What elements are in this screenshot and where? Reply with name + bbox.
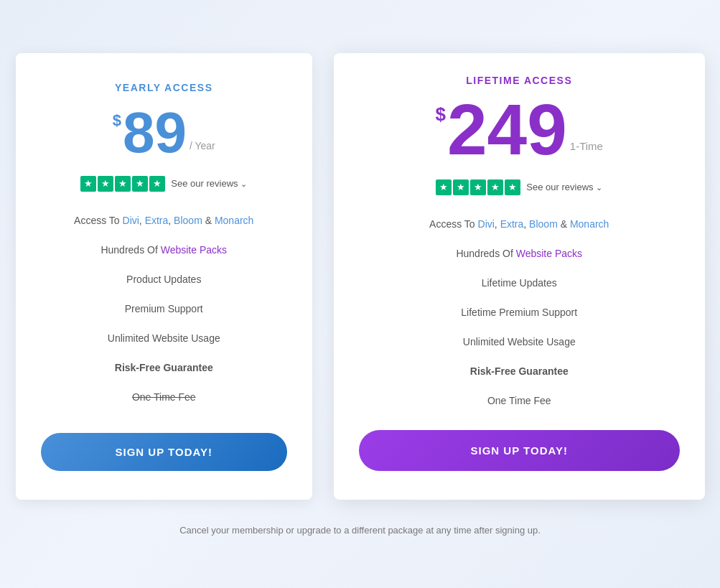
lifetime-plan-label: LIFETIME ACCESS — [466, 75, 572, 86]
lifetime-period: 1-Time — [570, 140, 603, 152]
star-2: ★ — [98, 176, 113, 192]
yearly-feature-list: Access To Divi, Extra, Bloom & Monarch H… — [41, 206, 287, 412]
yearly-premium-support: Premium Support — [41, 294, 287, 324]
star-5: ★ — [149, 176, 165, 192]
lt-bloom-link[interactable]: Bloom — [529, 218, 558, 230]
yearly-access-line: Access To Divi, Extra, Bloom & Monarch — [41, 206, 287, 235]
lt-monarch-link[interactable]: Monarch — [570, 218, 609, 230]
lt-risk-free: Risk-Free Guarantee — [359, 357, 680, 386]
star-3: ★ — [115, 176, 131, 192]
star-4: ★ — [132, 176, 148, 192]
lifetime-reviews-row: ★ ★ ★ ★ ★ See our reviews ⌄ — [436, 179, 602, 195]
lt-star-4: ★ — [487, 179, 503, 195]
lt-star-1: ★ — [436, 179, 452, 195]
lt-lifetime-updates: Lifetime Updates — [359, 269, 680, 298]
yearly-unlimited-usage: Unlimited Website Usage — [41, 324, 287, 353]
yearly-price-block: $ 89 / Year — [113, 104, 215, 162]
yearly-plan-label: YEARLY ACCESS — [115, 82, 212, 93]
yearly-stars: ★ ★ ★ ★ ★ — [80, 176, 165, 192]
footer-text: Cancel your membership or upgrade to a d… — [179, 525, 541, 536]
lt-unlimited-usage: Unlimited Website Usage — [359, 327, 680, 357]
yearly-signup-button[interactable]: SIGN UP TODAY! — [41, 433, 287, 471]
yearly-product-updates: Product Updates — [41, 265, 287, 294]
lt-one-time-fee: One Time Fee — [359, 386, 680, 416]
lt-star-2: ★ — [453, 179, 469, 195]
yearly-reviews-link[interactable]: See our reviews ⌄ — [171, 178, 247, 189]
yearly-reviews-row: ★ ★ ★ ★ ★ See our reviews ⌄ — [80, 176, 247, 192]
yearly-monarch-link[interactable]: Monarch — [215, 215, 253, 226]
yearly-price: 89 — [123, 104, 187, 162]
lifetime-feature-list: Access To Divi, Extra, Bloom & Monarch H… — [359, 210, 680, 416]
lifetime-price: 249 — [447, 93, 567, 165]
lt-divi-link[interactable]: Divi — [478, 218, 495, 230]
lt-star-5: ★ — [505, 179, 520, 195]
lifetime-reviews-link[interactable]: See our reviews ⌄ — [526, 182, 602, 192]
lifetime-access-line: Access To Divi, Extra, Bloom & Monarch — [359, 210, 680, 239]
yearly-divi-link[interactable]: Divi — [123, 215, 139, 226]
yearly-period: / Year — [190, 140, 215, 151]
yearly-risk-free: Risk-Free Guarantee — [41, 353, 287, 383]
lt-website-packs: Hundreds Of Website Packs — [359, 239, 680, 269]
yearly-website-packs: Hundreds Of Website Packs — [41, 235, 287, 265]
lifetime-price-block: $ 249 1-Time — [436, 93, 603, 165]
yearly-extra-link[interactable]: Extra — [145, 215, 169, 226]
yearly-one-time-fee: One Time Fee — [41, 383, 287, 412]
yearly-bloom-link[interactable]: Bloom — [174, 215, 202, 226]
lifetime-currency: $ — [436, 103, 446, 126]
lifetime-signup-button[interactable]: SIGN UP TODAY! — [359, 430, 680, 471]
lifetime-stars: ★ ★ ★ ★ ★ — [436, 179, 520, 195]
lt-lifetime-support: Lifetime Premium Support — [359, 298, 680, 327]
yearly-card: YEARLY ACCESS $ 89 / Year ★ ★ ★ ★ ★ See … — [16, 53, 312, 500]
yearly-currency: $ — [113, 111, 121, 130]
lt-star-3: ★ — [470, 179, 486, 195]
lifetime-card: LIFETIME ACCESS $ 249 1-Time ★ ★ ★ ★ ★ S… — [334, 53, 705, 500]
star-1: ★ — [80, 176, 96, 192]
pricing-section: YEARLY ACCESS $ 89 / Year ★ ★ ★ ★ ★ See … — [16, 53, 705, 500]
lt-extra-link[interactable]: Extra — [500, 218, 524, 230]
